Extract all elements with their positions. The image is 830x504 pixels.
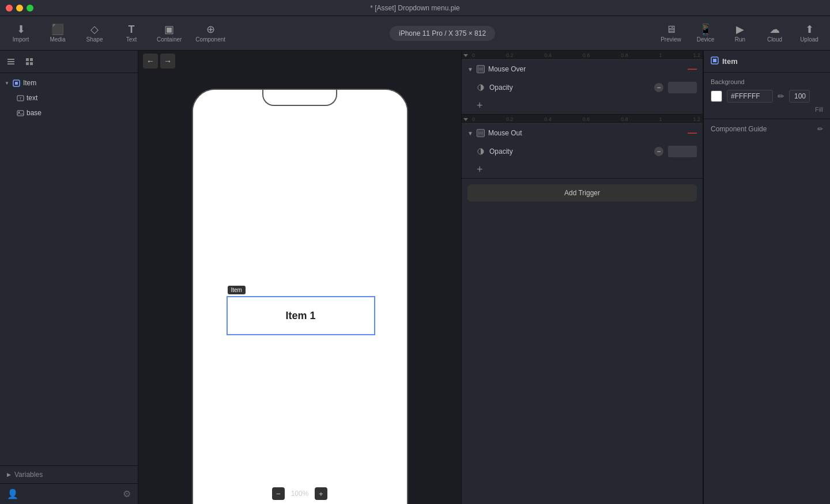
svg-rect-3: [26, 58, 29, 61]
container-button[interactable]: ▣ Container: [157, 24, 182, 43]
background-color-swatch[interactable]: [711, 90, 722, 102]
fill-value-input[interactable]: [789, 90, 810, 103]
properties-panel: Item Background ✏ Fill Component Guide ✏: [703, 51, 830, 504]
ruler2-mark-6: 1.2: [693, 116, 700, 122]
mouse-over-collapse[interactable]: ▼: [467, 66, 473, 73]
zoom-out-button[interactable]: −: [272, 487, 285, 500]
background-hex-input[interactable]: [727, 90, 773, 103]
svg-rect-1: [7, 61, 14, 62]
import-icon: ⬇: [17, 24, 25, 35]
device-selector[interactable]: iPhone 11 Pro / X 375 × 812: [390, 26, 495, 41]
svg-rect-0: [7, 59, 14, 60]
mouse-over-add-button[interactable]: +: [477, 100, 483, 111]
zoom-in-button[interactable]: +: [315, 487, 327, 500]
ruler-mark-0: 0: [472, 52, 475, 58]
mouse-over-label: Mouse Over: [488, 65, 684, 73]
text-icon: T: [129, 24, 135, 35]
canvas-area: ← → Item Item 1 − 100% +: [138, 51, 461, 504]
item-selection-box[interactable]: Item 1: [227, 296, 375, 335]
mouse-over-opacity-label: Opacity: [489, 84, 650, 92]
mouse-over-add-row: +: [462, 97, 703, 114]
collapse-icon: [5, 81, 9, 86]
ruler-mark-5: 1: [659, 52, 662, 58]
component-label: Component: [195, 36, 225, 43]
layer-item-text-label: text: [27, 94, 133, 102]
back-button[interactable]: ←: [143, 54, 158, 69]
svg-rect-5: [26, 62, 29, 65]
properties-header: Item: [704, 51, 830, 73]
import-button[interactable]: ⬇ Import: [9, 24, 32, 43]
device-button[interactable]: 📱 Device: [694, 24, 717, 43]
close-dot[interactable]: [6, 5, 13, 12]
main-layout: Item T text base ⛓ 🔒: [0, 51, 830, 504]
cloud-button[interactable]: ☁ Cloud: [763, 24, 786, 43]
ruler2-mark-5: 1: [659, 116, 662, 122]
layer-item-base-label: base: [27, 109, 114, 117]
svg-rect-4: [30, 58, 33, 61]
ruler-mark-1: 0.2: [506, 52, 514, 58]
mouse-out-opacity-minus[interactable]: −: [654, 147, 663, 156]
chevron-right-variables: ▶: [7, 472, 11, 478]
settings-icon[interactable]: ⚙: [123, 488, 131, 499]
left-panel-footer: 👤 ⚙: [0, 483, 138, 504]
assets-tab[interactable]: [21, 53, 38, 70]
maximize-dot[interactable]: [27, 5, 33, 12]
mouse-over-close[interactable]: —: [688, 65, 697, 74]
forward-button[interactable]: →: [160, 54, 175, 69]
panel-tabs: [0, 51, 138, 73]
component-guide-label: Component Guide: [711, 125, 767, 133]
layer-item-text[interactable]: T text: [0, 90, 138, 105]
canvas-content[interactable]: Item Item 1: [138, 71, 461, 483]
media-button[interactable]: ⬛ Media: [46, 24, 69, 43]
container-icon: ▣: [164, 24, 174, 35]
component-layer-icon: [13, 79, 21, 87]
layer-item-base[interactable]: base ⛓ 🔒: [0, 105, 138, 120]
ruler-mark-6: 1.2: [693, 52, 700, 58]
svg-text:T: T: [19, 97, 21, 100]
canvas-zoom-bar: − 100% +: [138, 483, 461, 504]
variables-label: Variables: [14, 471, 43, 479]
assets-icon: [25, 57, 34, 66]
ruler-mouse-over: 0 0.2 0.4 0.6 0.8 1 1.2: [462, 51, 703, 60]
item-selection-text: Item 1: [285, 310, 315, 322]
ruler2-mark-4: 0.8: [621, 116, 628, 122]
mouse-out-opacity-preview: [668, 146, 697, 157]
minimize-dot[interactable]: [16, 5, 23, 12]
hex-edit-icon[interactable]: ✏: [778, 92, 784, 101]
link-icon[interactable]: ⛓: [116, 109, 123, 117]
run-button[interactable]: ▶ Run: [729, 24, 752, 43]
component-guide-edit-icon[interactable]: ✏: [817, 125, 823, 133]
ruler2-mark-3: 0.6: [583, 116, 590, 122]
mouse-over-opacity-minus[interactable]: −: [654, 83, 663, 92]
window-controls: [6, 5, 33, 12]
upload-label: Upload: [800, 36, 818, 43]
phone-notch: [262, 90, 337, 106]
text-button[interactable]: T Text: [120, 24, 143, 43]
layers-tab[interactable]: [2, 53, 20, 70]
layer-item-root-label: Item: [23, 79, 133, 87]
add-trigger-button[interactable]: Add Trigger: [467, 184, 697, 202]
collapse-icon: [463, 52, 469, 58]
mouse-over-opacity-preview: [668, 82, 697, 93]
preview-icon: 🖥: [666, 24, 676, 35]
background-section: Background ✏ Fill: [704, 73, 830, 119]
run-label: Run: [735, 36, 745, 43]
mouse-out-close[interactable]: —: [688, 128, 697, 138]
mouse-over-opacity-row: Opacity −: [462, 78, 703, 97]
svg-rect-2: [7, 63, 14, 65]
mouse-over-section: 0 0.2 0.4 0.6 0.8 1 1.2 ▼ Mouse Over —: [462, 51, 703, 115]
lock-icon[interactable]: 🔒: [125, 109, 133, 117]
shape-button[interactable]: ◇ Shape: [83, 24, 106, 43]
user-icon[interactable]: 👤: [7, 488, 18, 499]
image-layer-icon: [16, 109, 24, 117]
text-layer-icon: T: [16, 94, 24, 102]
layer-item-root[interactable]: Item: [0, 75, 138, 90]
upload-icon: ⬆: [805, 24, 814, 35]
upload-button[interactable]: ⬆ Upload: [798, 24, 821, 43]
mouse-out-collapse[interactable]: ▼: [467, 130, 473, 137]
mouse-out-add-button[interactable]: +: [477, 164, 483, 175]
mouse-out-icon: [477, 129, 485, 137]
component-button[interactable]: ⊕ Component: [195, 24, 225, 43]
ruler-mark-2: 0.4: [544, 52, 552, 58]
preview-button[interactable]: 🖥 Preview: [659, 24, 682, 43]
